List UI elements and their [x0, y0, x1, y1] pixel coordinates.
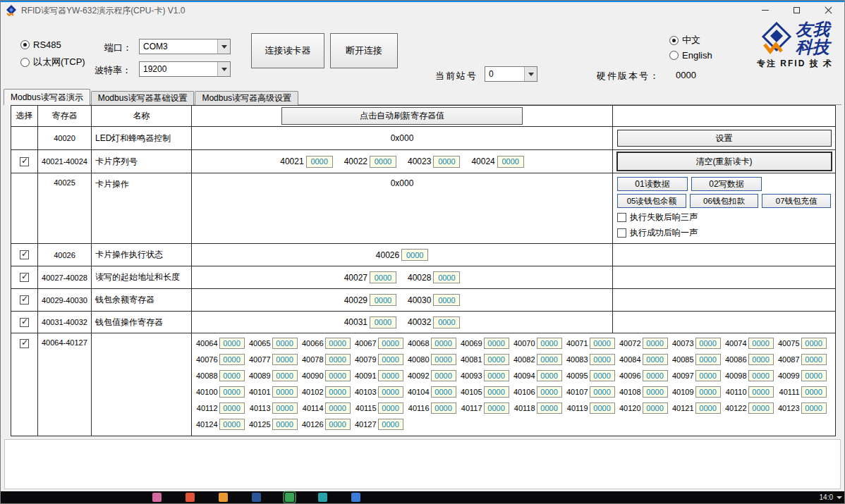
register-value-input[interactable] — [590, 370, 615, 381]
disconnect-button[interactable]: 断开连接 — [330, 33, 398, 68]
register-value-input[interactable] — [484, 338, 509, 349]
read-wallet-balance-button[interactable]: 05读钱包余额 — [617, 194, 686, 208]
register-value-input[interactable] — [748, 338, 774, 349]
register-value-input[interactable] — [643, 402, 668, 414]
wallet-recharge-button[interactable]: 07钱包充值 — [762, 194, 831, 208]
register-value-input[interactable] — [370, 156, 396, 168]
register-value-input[interactable] — [272, 338, 298, 349]
register-value-input[interactable] — [272, 386, 298, 398]
register-value-input[interactable] — [484, 354, 509, 365]
register-value-input[interactable] — [433, 271, 460, 283]
register-value-input[interactable] — [433, 316, 460, 328]
walletop-row-checkbox[interactable] — [20, 318, 29, 327]
register-value-input[interactable] — [537, 354, 562, 365]
register-value-input[interactable] — [378, 402, 403, 414]
register-value-input[interactable] — [695, 386, 721, 398]
register-value-input[interactable] — [484, 370, 509, 381]
minimize-button[interactable] — [749, 1, 781, 19]
register-value-input[interactable] — [431, 402, 456, 414]
register-value-input[interactable] — [401, 249, 428, 261]
register-value-input[interactable] — [431, 338, 456, 349]
register-value-input[interactable] — [431, 354, 456, 365]
close-button[interactable] — [813, 1, 844, 19]
register-value-input[interactable] — [431, 386, 456, 398]
taskbar-icon-3[interactable] — [219, 493, 228, 502]
beep-on-fail-checkbox[interactable] — [617, 213, 626, 222]
tray-expand-icon[interactable] — [837, 496, 842, 499]
register-value-input[interactable] — [219, 338, 245, 349]
station-dropdown-button[interactable] — [524, 67, 537, 81]
radio-lang-english[interactable]: English — [669, 50, 712, 61]
register-value-input[interactable] — [643, 386, 668, 398]
register-value-input[interactable] — [801, 354, 827, 365]
register-value-input[interactable] — [325, 419, 351, 430]
tab-modbus-basic-settings[interactable]: Modbus读写器基础设置 — [91, 91, 195, 105]
register-value-input[interactable] — [537, 338, 562, 349]
taskbar-icon-1[interactable] — [152, 493, 162, 502]
register-value-input[interactable] — [325, 386, 351, 398]
register-value-input[interactable] — [695, 338, 721, 349]
register-value-input[interactable] — [378, 386, 403, 398]
register-value-input[interactable] — [590, 386, 615, 398]
register-value-input[interactable] — [219, 354, 245, 365]
register-value-input[interactable] — [484, 386, 509, 398]
read-data-button[interactable]: 01读数据 — [617, 177, 688, 191]
register-value-input[interactable] — [590, 354, 615, 365]
beep-on-fail-option[interactable]: 执行失败后响三声 — [617, 211, 831, 223]
register-value-input[interactable] — [219, 419, 245, 430]
register-value-input[interactable] — [431, 370, 456, 381]
register-value-input[interactable] — [378, 338, 403, 349]
register-value-input[interactable] — [801, 386, 827, 398]
auto-refresh-registers-button[interactable]: 点击自动刷新寄存器值 — [281, 107, 523, 125]
beep-on-success-checkbox[interactable] — [617, 228, 626, 238]
register-value-input[interactable] — [537, 402, 562, 414]
register-value-input[interactable] — [497, 156, 524, 168]
taskbar-icon-4[interactable] — [252, 493, 261, 502]
register-value-input[interactable] — [748, 402, 774, 414]
register-value-input[interactable] — [643, 338, 668, 349]
beep-on-success-option[interactable]: 执行成功后响一声 — [617, 227, 831, 239]
radio-rs485[interactable]: RS485 — [20, 39, 61, 50]
taskbar-icon-5[interactable] — [285, 493, 294, 502]
register-value-input[interactable] — [219, 370, 245, 381]
register-value-input[interactable] — [325, 370, 351, 381]
serial-row-checkbox[interactable] — [20, 157, 29, 166]
wallet-row-checkbox[interactable] — [20, 295, 29, 305]
block-row-checkbox[interactable] — [20, 339, 29, 348]
register-value-input[interactable] — [695, 370, 721, 381]
register-value-input[interactable] — [219, 402, 245, 414]
clear-reread-card-button[interactable]: 清空(重新读卡) — [617, 152, 832, 171]
register-value-input[interactable] — [378, 419, 403, 430]
radio-lang-chinese[interactable]: 中文 — [669, 34, 700, 47]
led-set-button[interactable]: 设置 — [617, 130, 832, 147]
register-value-input[interactable] — [695, 402, 721, 414]
register-value-input[interactable] — [325, 402, 351, 414]
register-value-input[interactable] — [325, 338, 351, 349]
register-value-input[interactable] — [801, 338, 827, 349]
register-value-input[interactable] — [325, 354, 351, 365]
register-value-input[interactable] — [643, 354, 668, 365]
register-value-input[interactable] — [370, 294, 396, 306]
register-value-input[interactable] — [272, 370, 298, 381]
register-value-input[interactable] — [801, 370, 827, 381]
radio-ethernet-tcp[interactable]: 以太网(TCP) — [20, 56, 85, 68]
register-value-input[interactable] — [433, 294, 460, 306]
register-value-input[interactable] — [378, 370, 403, 381]
baud-dropdown-button[interactable] — [217, 62, 230, 76]
register-value-input[interactable] — [378, 354, 403, 365]
register-value-input[interactable] — [695, 354, 721, 365]
baud-combobox[interactable]: 19200 — [139, 61, 231, 77]
port-combobox[interactable]: COM3 — [139, 39, 231, 54]
connect-reader-button[interactable]: 连接读卡器 — [251, 33, 324, 68]
register-value-input[interactable] — [801, 402, 827, 414]
register-value-input[interactable] — [484, 402, 509, 414]
register-value-input[interactable] — [590, 402, 615, 414]
tab-modbus-demo[interactable]: Modbus读写器演示 — [4, 89, 90, 105]
register-value-input[interactable] — [433, 156, 460, 168]
register-value-input[interactable] — [306, 156, 333, 168]
taskbar-icon-6[interactable] — [318, 493, 327, 502]
rwaddr-row-checkbox[interactable] — [20, 273, 29, 282]
register-value-input[interactable] — [748, 370, 774, 381]
register-value-input[interactable] — [590, 338, 615, 349]
taskbar-icon-2[interactable] — [186, 493, 195, 502]
